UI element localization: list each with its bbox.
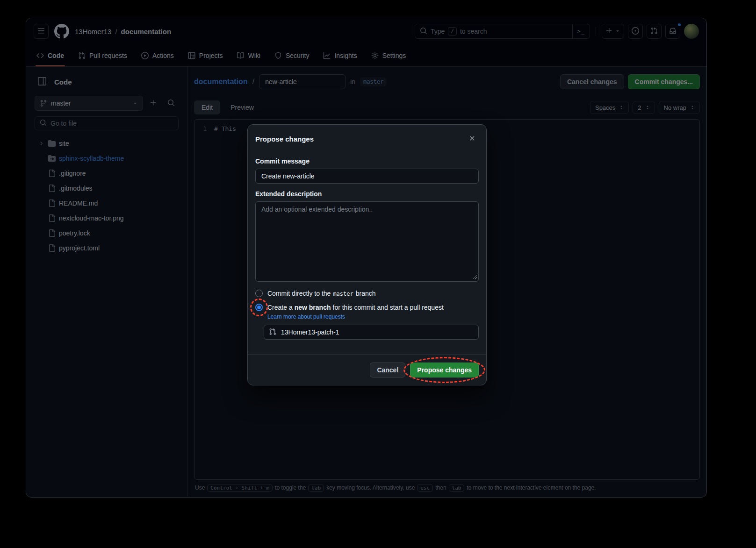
- cancel-button[interactable]: Cancel: [370, 363, 405, 377]
- branch-name-field[interactable]: [280, 328, 474, 336]
- label-text: Create a: [267, 304, 293, 311]
- new-branch-name-input[interactable]: [264, 325, 479, 340]
- close-dialog-button[interactable]: [466, 132, 479, 145]
- radio-unchecked[interactable]: [255, 290, 263, 297]
- radio-label: Create anew branchfor this commit and st…: [267, 304, 444, 311]
- git-pull-request-icon: [269, 328, 276, 337]
- close-icon: [468, 135, 476, 143]
- branch-name-code: master: [333, 291, 353, 297]
- label-bold: new branch: [295, 304, 331, 311]
- commit-directly-option[interactable]: Commit directly to themasterbranch: [255, 290, 479, 297]
- propose-changes-dialog: Propose changes Commit message Extended …: [247, 124, 487, 385]
- radio-checked[interactable]: [255, 304, 263, 311]
- extended-description-label: Extended description: [255, 190, 479, 198]
- propose-changes-button[interactable]: Propose changes: [410, 363, 479, 377]
- label-text: for this commit and start a pull request: [333, 304, 444, 311]
- extended-description-textarea[interactable]: [255, 201, 479, 282]
- learn-more-link[interactable]: Learn more about pull requests: [267, 313, 345, 320]
- label-text: branch: [356, 290, 376, 297]
- dialog-title: Propose changes: [255, 135, 314, 143]
- commit-message-label: Commit message: [255, 157, 479, 165]
- commit-message-input[interactable]: [255, 169, 479, 184]
- label-text: Commit directly to the: [267, 290, 331, 297]
- github-window: 13Homer13 / documentation Type / to sear…: [26, 18, 707, 498]
- radio-label: Commit directly to themasterbranch: [267, 290, 376, 297]
- create-branch-option[interactable]: Create anew branchfor this commit and st…: [255, 304, 479, 311]
